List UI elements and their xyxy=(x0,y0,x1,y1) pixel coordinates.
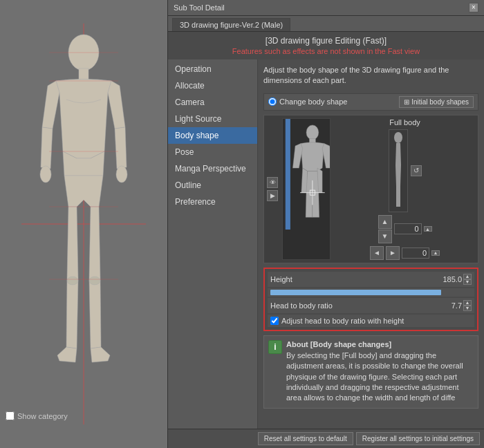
side-view xyxy=(389,129,408,212)
head-body-spinner-down[interactable]: ▼ xyxy=(463,306,472,311)
visibility-controls: 👁 ▶ xyxy=(267,118,278,260)
info-box-title: About [Body shape changes] xyxy=(286,340,474,348)
bottom-buttons: Reset all settings to default Register a… xyxy=(258,432,480,445)
body-shape-controls: Change body shape ⊞ Initial body shapes … xyxy=(263,93,478,409)
info-content: About [Body shape changes] By selecting … xyxy=(286,340,474,404)
figure-viewport xyxy=(0,0,167,448)
height-label: Height xyxy=(270,275,429,283)
close-button[interactable]: × xyxy=(469,3,478,12)
main-tab[interactable]: 3D drawing figure-Ver.2 (Male) xyxy=(172,18,290,31)
figure-editor: 👁 ▶ xyxy=(263,115,478,263)
side-view-svg xyxy=(390,131,407,211)
svg-point-19 xyxy=(394,132,402,143)
svg-rect-13 xyxy=(286,119,290,230)
info-bar: [3D drawing figure Editing (Fast)] Featu… xyxy=(168,32,484,59)
svg-point-6 xyxy=(67,277,78,285)
bottom-bar: Reset all settings to default Register a… xyxy=(168,429,484,448)
menu-item-preference[interactable]: Preference xyxy=(168,194,257,210)
triangle-right-icon[interactable]: ▶ xyxy=(267,190,278,201)
refresh-button[interactable]: ↺ xyxy=(411,165,422,176)
vertical-value-input[interactable] xyxy=(394,223,422,234)
register-button[interactable]: Register all settings to initial setting… xyxy=(356,432,480,445)
head-body-spinner-up[interactable]: ▲ xyxy=(463,300,472,306)
full-body-area: Full body xyxy=(335,118,475,260)
menu-item-allocate[interactable]: Allocate xyxy=(168,77,257,94)
menu-item-body-shape[interactable]: Body shape xyxy=(168,127,257,144)
vertical-control: ▲ ▼ ▲ xyxy=(378,215,432,243)
height-spinner-up[interactable]: ▲ xyxy=(463,274,472,279)
body-views: ↺ xyxy=(389,129,422,212)
reset-button[interactable]: Reset all settings to default xyxy=(258,432,353,445)
grid-icon: ⊞ xyxy=(404,98,409,106)
left-arrow-button[interactable]: ◄ xyxy=(370,246,384,260)
menu-item-operation[interactable]: Operation xyxy=(168,61,257,77)
right-panel: Sub Tool Detail × 3D drawing figure-Ver.… xyxy=(167,0,484,448)
height-progress-bar xyxy=(270,290,441,295)
show-category-row: Show category xyxy=(6,411,68,420)
eye-icon[interactable]: 👁 xyxy=(267,177,278,188)
show-category-checkbox[interactable] xyxy=(6,411,15,420)
change-body-radio[interactable] xyxy=(268,97,277,106)
horizontal-value-input[interactable] xyxy=(402,248,429,259)
horizontal-spinner-up[interactable]: ▲ xyxy=(431,250,440,256)
measurements-section: Height 185.0 ▲ ▼ Head to body ratio xyxy=(263,268,478,331)
info-box: i About [Body shape changes] By selectin… xyxy=(263,335,478,409)
menu-item-light-source[interactable]: Light Source xyxy=(168,111,257,127)
menu-item-manga-perspective[interactable]: Manga Perspective xyxy=(168,160,257,177)
svg-point-4 xyxy=(40,166,51,183)
vertical-arrows: ▲ ▼ xyxy=(378,215,392,243)
height-value: 185.0 xyxy=(429,275,463,283)
up-arrow-button[interactable]: ▲ xyxy=(378,215,392,229)
figure-preview xyxy=(282,118,331,260)
panel-title-bar: Sub Tool Detail × xyxy=(168,0,484,16)
content-area: Adjust the body shape of the 3D drawing … xyxy=(258,59,484,429)
full-body-label: Full body xyxy=(389,118,420,127)
svg-point-5 xyxy=(116,166,127,183)
change-body-shape-label[interactable]: Change body shape xyxy=(268,97,347,106)
main-content: Operation Allocate Camera Light Source B… xyxy=(168,59,484,429)
height-row: Height 185.0 ▲ ▼ xyxy=(268,272,474,287)
height-spinner-down[interactable]: ▼ xyxy=(463,279,472,285)
height-spinner[interactable]: ▲ ▼ xyxy=(463,274,472,285)
shape-header: Change body shape ⊞ Initial body shapes xyxy=(263,93,478,111)
right-arrow-button[interactable]: ► xyxy=(386,246,400,260)
left-figure-panel: Show category xyxy=(0,0,167,448)
menu-item-pose[interactable]: Pose xyxy=(168,144,257,160)
svg-point-14 xyxy=(306,125,319,140)
preview-figure-svg xyxy=(283,119,330,230)
figure-svg xyxy=(21,24,146,424)
menu-list: Operation Allocate Camera Light Source B… xyxy=(168,59,258,429)
warning-text: Features such as effects are not shown i… xyxy=(175,47,477,55)
description-text: Adjust the body shape of the 3D drawing … xyxy=(263,65,478,86)
height-bar-row xyxy=(268,288,474,297)
tab-bar: 3D drawing figure-Ver.2 (Male) xyxy=(168,16,484,32)
down-arrow-button[interactable]: ▼ xyxy=(378,230,392,243)
horizontal-control: ◄ ► ▲ xyxy=(370,246,440,260)
menu-item-camera[interactable]: Camera xyxy=(168,94,257,111)
head-body-spinner[interactable]: ▲ ▼ xyxy=(463,300,472,311)
info-box-text: By selecting the [Full body] and draggin… xyxy=(286,351,474,404)
head-body-row: Head to body ratio 7.7 ▲ ▼ xyxy=(268,298,474,313)
menu-item-outline[interactable]: Outline xyxy=(168,177,257,194)
adjust-checkbox-label[interactable]: Adjust head to body ratio with height xyxy=(281,317,404,325)
editing-mode-title: [3D drawing figure Editing (Fast)] xyxy=(175,36,477,46)
head-body-label: Head to body ratio xyxy=(270,301,429,310)
adjust-checkbox-row: Adjust head to body ratio with height xyxy=(268,315,474,327)
panel-title: Sub Tool Detail xyxy=(174,3,225,12)
show-category-label: Show category xyxy=(17,412,68,420)
head-body-value: 7.7 xyxy=(429,301,463,310)
adjust-checkbox[interactable] xyxy=(270,317,279,325)
info-icon: i xyxy=(268,340,282,354)
svg-point-7 xyxy=(89,277,100,285)
vertical-spinner-up[interactable]: ▲ xyxy=(424,226,432,232)
initial-shapes-button[interactable]: ⊞ Initial body shapes xyxy=(399,96,474,108)
